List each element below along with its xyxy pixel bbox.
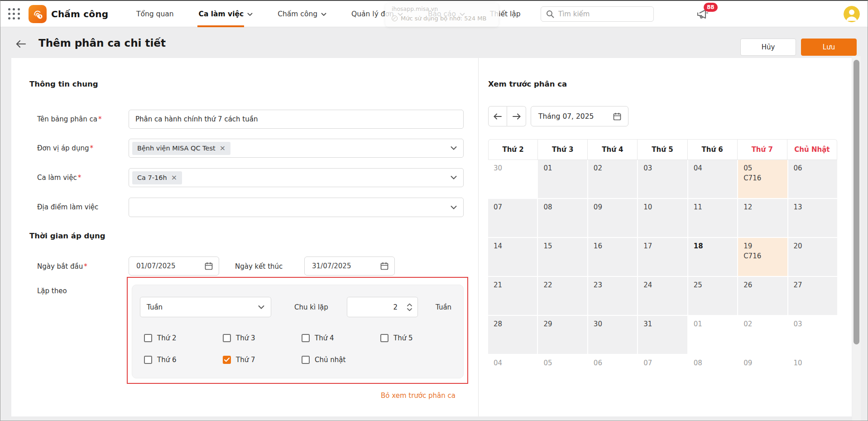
checkbox-checked-icon[interactable] <box>223 356 231 364</box>
save-button[interactable]: Lưu <box>801 39 857 56</box>
next-month-button[interactable] <box>507 106 526 126</box>
calendar-day-cell[interactable]: 06 <box>788 160 837 198</box>
checkbox-unchecked-icon[interactable] <box>144 334 152 342</box>
calendar-day-cell[interactable]: 09 <box>588 199 637 237</box>
calendar-day-number: 16 <box>594 242 632 250</box>
nav-item-bao-cao[interactable]: Báo cáo <box>428 1 465 27</box>
weekday-checkbox-thu-2[interactable]: Thứ 2 <box>144 334 223 342</box>
calendar-day-number: 24 <box>643 281 681 289</box>
calendar-day-cell[interactable]: 15 <box>538 238 587 276</box>
checkbox-unchecked-icon[interactable] <box>144 356 152 364</box>
calendar-day-cell[interactable]: 03 <box>788 316 837 354</box>
toggle-preview-link[interactable]: Bỏ xem trước phân ca <box>127 392 456 400</box>
calendar-day-cell[interactable]: 27 <box>788 277 837 315</box>
calendar-day-cell[interactable]: 01 <box>688 316 737 354</box>
checkbox-unchecked-icon[interactable] <box>380 334 388 342</box>
calendar-day-cell[interactable]: 08 <box>538 199 587 237</box>
calendar-day-cell[interactable]: 04 <box>488 355 537 393</box>
calendar-day-number: 01 <box>694 320 732 328</box>
content-card: Thông tin chung Tên bảng phân ca* Đơn vị… <box>11 58 852 416</box>
calendar-day-cell[interactable]: 07 <box>638 355 687 393</box>
calendar-day-cell[interactable]: 08 <box>688 355 737 393</box>
weekday-checkbox-thu-7[interactable]: Thứ 7 <box>223 356 302 364</box>
nav-item-tong-quan[interactable]: Tổng quan <box>136 1 174 27</box>
calendar-day-cell[interactable]: 07 <box>488 199 537 237</box>
calendar-day-cell[interactable]: 10 <box>638 199 687 237</box>
calendar-day-cell[interactable]: 31 <box>638 316 687 354</box>
search-input[interactable] <box>558 10 648 18</box>
shift-multiselect[interactable]: Ca 7-16h × <box>129 168 464 187</box>
calendar-day-cell[interactable]: 30 <box>488 160 537 198</box>
cycle-number-input[interactable]: 2 <box>347 297 418 317</box>
calendar-day-cell[interactable]: 10 <box>788 355 837 393</box>
previous-month-button[interactable] <box>488 106 507 126</box>
calendar-icon[interactable] <box>204 261 213 271</box>
chevron-down-icon[interactable] <box>451 176 457 180</box>
search-box[interactable] <box>541 6 654 22</box>
checkbox-unchecked-icon[interactable] <box>302 334 310 342</box>
calendar-day-cell[interactable]: 26 <box>738 277 787 315</box>
calendar-day-cell[interactable]: 01 <box>538 160 587 198</box>
calendar-day-cell[interactable]: 04 <box>688 160 737 198</box>
weekday-checkbox-thu-3[interactable]: Thứ 3 <box>223 334 302 342</box>
repeat-unit-select[interactable]: Tuần <box>140 297 271 317</box>
checkbox-unchecked-icon[interactable] <box>223 334 231 342</box>
shift-table-name-input[interactable] <box>135 115 457 123</box>
remove-chip-icon[interactable]: × <box>220 145 225 152</box>
user-avatar[interactable] <box>844 6 860 22</box>
calendar-day-cell[interactable]: 22 <box>538 277 587 315</box>
calendar-day-cell[interactable]: 21 <box>488 277 537 315</box>
nav-item-quan-ly-don[interactable]: Quản lý đơn <box>351 1 403 27</box>
calendar-day-cell[interactable]: 17 <box>638 238 687 276</box>
calendar-day-cell[interactable]: 25 <box>688 277 737 315</box>
calendar-day-cell[interactable]: 23 <box>588 277 637 315</box>
vertical-scrollbar-thumb[interactable] <box>854 60 859 344</box>
calendar-day-cell[interactable]: 02 <box>588 160 637 198</box>
calendar-day-cell[interactable]: 09 <box>738 355 787 393</box>
remove-chip-icon[interactable]: × <box>171 174 177 181</box>
page-header: Thêm phân ca chi tiết Hủy Lưu <box>0 27 868 56</box>
month-picker[interactable]: Tháng 07, 2025 <box>531 106 628 126</box>
calendar-day-cell[interactable]: 03 <box>638 160 687 198</box>
location-select[interactable] <box>129 198 464 217</box>
calendar-day-cell[interactable]: 30 <box>588 316 637 354</box>
calendar-day-cell[interactable]: 24 <box>638 277 687 315</box>
calendar-day-number: 17 <box>643 242 681 250</box>
calendar-day-cell[interactable]: 19C716 <box>738 238 787 276</box>
weekday-checkbox-thu-5[interactable]: Thứ 5 <box>380 334 459 342</box>
calendar-day-cell[interactable]: 20 <box>788 238 837 276</box>
nav-item-ca-lam-viec[interactable]: Ca làm việc <box>199 1 253 27</box>
required-asterisk: * <box>90 144 93 152</box>
checkbox-unchecked-icon[interactable] <box>302 356 310 364</box>
calendar-day-cell[interactable]: 16 <box>588 238 637 276</box>
calendar-day-cell[interactable]: 11 <box>688 199 737 237</box>
calendar-day-cell[interactable]: 13 <box>788 199 837 237</box>
cancel-button[interactable]: Hủy <box>740 39 796 56</box>
chevron-down-icon[interactable] <box>451 205 457 209</box>
nav-item-thiet-lap[interactable]: Thiết lập <box>490 1 521 27</box>
search-icon <box>546 10 554 18</box>
end-date-input[interactable]: 31/07/2025 <box>304 256 395 276</box>
start-date-input[interactable]: 01/07/2025 <box>129 256 219 276</box>
weekday-checkbox-chu-nhat[interactable]: Chủ nhật <box>302 356 380 364</box>
calendar-day-cell[interactable]: 05 <box>538 355 587 393</box>
calendar-day-cell[interactable]: 06 <box>588 355 637 393</box>
nav-item-cham-cong[interactable]: Chấm công <box>278 1 326 27</box>
unit-multiselect[interactable]: Bệnh viện MISA QC Test × <box>129 139 464 158</box>
calendar-day-cell[interactable]: 05C716 <box>738 160 787 198</box>
back-arrow-icon[interactable] <box>15 39 27 49</box>
calendar-day-cell[interactable]: 18 <box>688 238 737 276</box>
calendar-day-cell[interactable]: 02 <box>738 316 787 354</box>
app-launcher-grid-icon[interactable] <box>8 8 21 20</box>
weekday-checkbox-thu-4[interactable]: Thứ 4 <box>302 334 380 342</box>
calendar-icon[interactable] <box>380 261 389 271</box>
calendar-day-cell[interactable]: 12 <box>738 199 787 237</box>
weekday-checkbox-thu-6[interactable]: Thứ 6 <box>144 356 223 364</box>
calendar-day-cell[interactable]: 14 <box>488 238 537 276</box>
calendar-day-cell[interactable]: 28 <box>488 316 537 354</box>
number-stepper[interactable] <box>407 303 412 311</box>
app-logo-fingerprint-icon[interactable] <box>29 5 47 23</box>
nav-item-label: Báo cáo <box>428 10 456 18</box>
chevron-down-icon[interactable] <box>451 146 457 150</box>
calendar-day-cell[interactable]: 29 <box>538 316 587 354</box>
